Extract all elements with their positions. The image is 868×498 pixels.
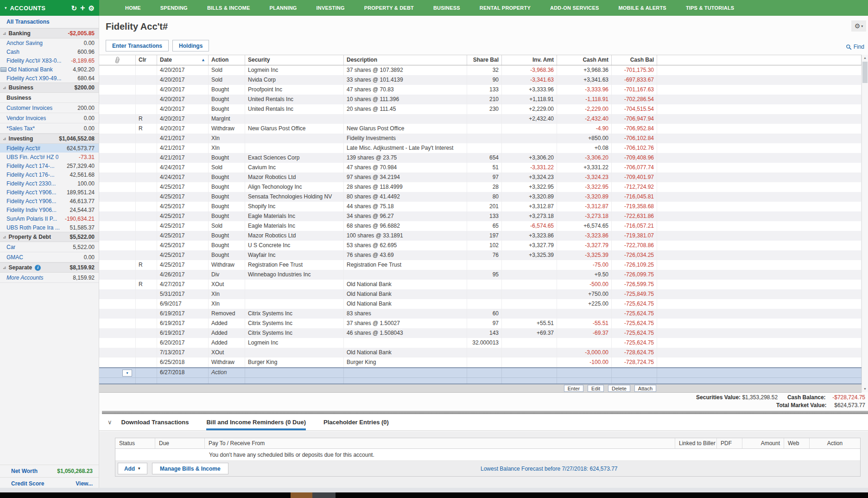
enter-button[interactable]: Enter <box>564 385 583 392</box>
cell-cash-amt[interactable] <box>557 368 612 377</box>
panel-splitter[interactable] <box>102 411 868 414</box>
nav-item-tips-tutorials[interactable]: TIPS & TUTORIALS <box>686 5 734 11</box>
cell-inv-amt[interactable] <box>502 368 557 377</box>
register-row[interactable]: 6/20/2017 Added Logmein Inc 32.000013 -7… <box>99 338 862 348</box>
delete-button[interactable]: Delete <box>608 385 630 392</box>
scroll-up-icon[interactable]: ▲ <box>862 55 868 61</box>
credit-score-view-link[interactable]: View... <box>76 480 93 487</box>
scrollbar-thumb[interactable] <box>862 62 868 83</box>
nav-item-property-debt[interactable]: PROPERTY & DEBT <box>364 5 414 11</box>
register-row[interactable]: R 4/20/2017 MargInt +2,432.40 -2,432.40 … <box>99 114 862 124</box>
register-row[interactable]: 4/25/2017 Bought U S Concrete Inc 53 sha… <box>99 241 862 250</box>
sidebar-account-fidelity-acc-t[interactable]: Fidelity Acc't# 624,573.77 <box>0 144 99 153</box>
register-row[interactable]: 4/24/2017 Bought Mazor Robotics Ltd 97 s… <box>99 172 862 182</box>
nav-item-bills-income[interactable]: BILLS & INCOME <box>207 5 250 11</box>
nav-item-business[interactable]: BUSINESS <box>433 5 460 11</box>
register-row[interactable]: 4/21/2017 XIn Fidelity Investments +850.… <box>99 134 862 143</box>
column-header-share-bal[interactable]: Share Bal <box>467 55 502 65</box>
column-header-clr[interactable]: Clr <box>136 55 157 65</box>
sidebar-account-fidelity-acc-t-x83-0[interactable]: Fidelity Acc't# X83-0... -8,189.65 <box>0 56 99 65</box>
cell-security[interactable] <box>245 368 344 377</box>
sidebar-account-gmac[interactable]: GMAC 0.00 <box>0 252 99 262</box>
register-row[interactable]: 4/25/2017 Bought Align Techonology Inc 2… <box>99 182 862 192</box>
accounts-gear-icon[interactable]: ⚙ <box>89 5 95 12</box>
sidebar-account-car[interactable]: Car 5,522.00 <box>0 242 99 252</box>
register-row[interactable]: 4/25/2017 Bought Sensata Technologies Ho… <box>99 192 862 202</box>
nav-item-add-on-services[interactable]: ADD-ON SERVICES <box>550 5 599 11</box>
register-row[interactable]: 4/25/2017 Bought Wayfair Inc 76 shares @… <box>99 250 862 260</box>
nav-item-mobile-alerts[interactable]: MOBILE & ALERTS <box>618 5 666 11</box>
register-row[interactable]: 7/13/2017 XOut Old National Bank -3,000.… <box>99 348 862 358</box>
due-column-pay-to-receive-from[interactable]: Pay To / Receive From <box>205 438 675 448</box>
new-transaction-row[interactable]: ▾ 6/27/2018 Action <box>99 367 862 377</box>
sidebar-account-fidelity-acc-t-x90-49[interactable]: Fidelity Acc't X90-49... 680.64 <box>0 74 99 83</box>
cell-cash-bal[interactable] <box>612 368 657 377</box>
sidebar-account-sunam-polaris-ii-p[interactable]: SunAm Polaris II P... -190,634.21 <box>0 214 99 223</box>
nav-item-rental-property[interactable]: RENTAL PROPERTY <box>480 5 531 11</box>
find-button[interactable]: Find <box>846 44 864 50</box>
add-reminder-button[interactable]: Add ▼ <box>118 463 147 474</box>
sidebar-group-header-banking[interactable]: ⊿ Banking -$2,005.85 <box>0 28 99 38</box>
sidebar-account-fidelity-indiv-y906[interactable]: Fidelity Indiv Y906... 24,544.37 <box>0 205 99 214</box>
register-row[interactable]: 4/21/2017 Bought Exact Sciences Corp 139… <box>99 153 862 163</box>
sidebar-group-header-separate[interactable]: ⊿ Separatei $8,159.92 <box>0 262 99 273</box>
register-row[interactable]: R 4/25/2017 Withdraw Registration Fee Tr… <box>99 260 862 270</box>
register-row[interactable]: 6/19/2017 Removed Citrix Systems Inc 83 … <box>99 309 862 319</box>
due-column-linked-to-biller[interactable]: Linked to Biller <box>675 438 717 448</box>
enter-transactions-button[interactable]: Enter Transactions <box>106 40 169 51</box>
register-row[interactable]: 4/20/2017 Sold Logmein Inc 37 shares @ 1… <box>99 65 862 75</box>
info-icon[interactable]: i <box>35 265 41 271</box>
column-header-description[interactable]: Description <box>344 55 467 65</box>
cell-description[interactable] <box>344 368 467 377</box>
refresh-icon[interactable]: ↻ <box>71 5 77 12</box>
nav-item-home[interactable]: HOME <box>125 5 141 11</box>
sidebar-account-fidelity-acc-t-174[interactable]: Fidelity Acc't 174-... 257,329.40 <box>0 161 99 170</box>
holdings-button[interactable]: Holdings <box>172 40 209 51</box>
register-scrollbar[interactable]: ▲ ▼ <box>862 55 868 392</box>
sidebar-account-business[interactable]: Business <box>0 93 99 103</box>
scroll-down-icon[interactable]: ▼ <box>862 386 868 392</box>
register-row[interactable]: 6/19/2017 Added Citrix Systems Inc 37 sh… <box>99 319 862 328</box>
column-header-cash-amt[interactable]: Cash Amt <box>557 55 612 65</box>
register-row[interactable]: 4/21/2017 XIn Late Misc. Adjkustment - L… <box>99 143 862 153</box>
taskbar-app-icon[interactable] <box>312 492 336 498</box>
sidebar-account-ubs-roth-pace-ira[interactable]: UBS Roth Pace Ira ... 51,585.37 <box>0 223 99 232</box>
accounts-panel-header[interactable]: ▾ ACCOUNTS ↻ + ⚙ <box>0 0 99 16</box>
edit-button[interactable]: Edit <box>588 385 604 392</box>
lowest-balance-forecast-link[interactable]: Lowest Balance Forecast before 7/27/2018… <box>481 466 618 472</box>
sidebar-account-cash[interactable]: Cash 600.96 <box>0 47 99 56</box>
sidebar-account-fidelity-acc-t-176[interactable]: Fidelity Acc't 176-... 42,561.68 <box>0 170 99 179</box>
cell-action-placeholder[interactable]: Action <box>209 368 245 377</box>
sidebar-account-fidelity-acc-t-y906[interactable]: Fidelity Acc't Y906... 46,613.77 <box>0 197 99 205</box>
register-row[interactable]: R 4/20/2017 Withdraw New Glarus Post Off… <box>99 124 862 134</box>
manage-bills-income-button[interactable]: Manage Bills & Income <box>152 463 228 474</box>
sidebar-account-anchor-saving[interactable]: Anchor Saving 0.00 <box>0 38 99 47</box>
sidebar-account-sales-tax[interactable]: *Sales Tax* 0.00 <box>0 123 99 134</box>
column-header-security[interactable]: Security <box>245 55 344 65</box>
register-row[interactable]: 6/9/2017 XIn Old National Bank +225.00 -… <box>99 299 862 309</box>
sidebar-account-fidelity-acc-t-2330[interactable]: Fidelity Acc't 2330... 100.00 <box>0 179 99 188</box>
sidebar-account-vendor-invoices[interactable]: Vendor Invoices 0.00 <box>0 113 99 123</box>
due-column-pdf[interactable]: PDF <box>717 438 742 448</box>
register-row[interactable]: 6/25/2018 Withdraw Burger King Burger Ki… <box>99 358 862 367</box>
tab-placeholder-entries-0[interactable]: Placeholder Entries (0) <box>323 414 389 430</box>
due-column-due[interactable]: Due <box>155 438 205 448</box>
tab-download-transactions[interactable]: Download Transactions <box>121 414 189 430</box>
register-row[interactable]: R 4/27/2017 XOut Old National Bank -500.… <box>99 280 862 289</box>
nav-item-spending[interactable]: SPENDING <box>160 5 188 11</box>
sidebar-item-all-transactions[interactable]: All Transactions <box>0 16 99 28</box>
register-row[interactable]: 4/20/2017 Sold Nvida Corp 33 shares @ 10… <box>99 75 862 85</box>
sidebar-group-header-property-debt[interactable]: ⊿ Property & Debt $5,522.00 <box>0 232 99 242</box>
column-header-action[interactable]: Action <box>209 55 245 65</box>
due-column-web[interactable]: Web <box>784 438 810 448</box>
due-column-action[interactable]: Action <box>810 438 860 448</box>
taskbar-app-icon[interactable] <box>291 492 312 498</box>
column-header-cash-bal[interactable]: Cash Bal <box>612 55 657 65</box>
due-column-amount[interactable]: Amount <box>742 438 784 448</box>
register-row[interactable]: 4/25/2017 Bought Shopify Inc 44 shares @… <box>99 202 862 211</box>
register-row[interactable]: 4/24/2017 Sold Cavium Inc 47 shares @ 70… <box>99 163 862 172</box>
sidebar-group-header-business[interactable]: ⊿ Business $200.00 <box>0 83 99 93</box>
cell-date[interactable]: 6/27/2018 <box>157 368 209 377</box>
column-header-inv-amt[interactable]: Inv. Amt <box>502 55 557 65</box>
register-row[interactable]: 4/20/2017 Bought United Rentals Inc 10 s… <box>99 95 862 104</box>
